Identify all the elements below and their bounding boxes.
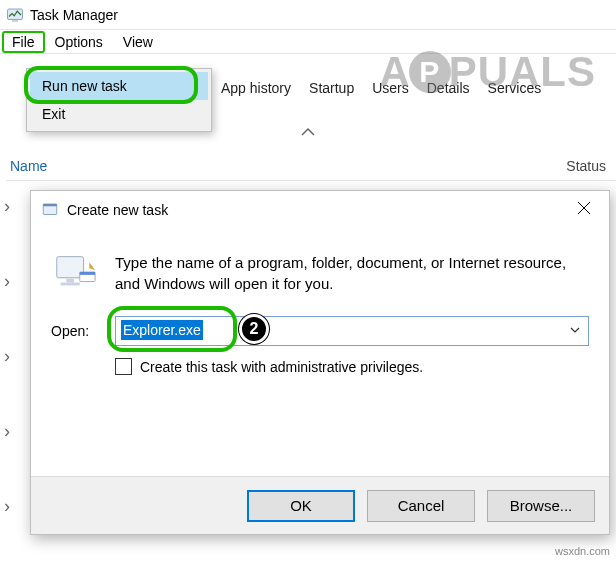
dialog-body: Type the name of a program, folder, docu… bbox=[31, 228, 609, 385]
column-headers: Name Status bbox=[6, 158, 616, 181]
open-value-selection: Explorer.exe bbox=[121, 320, 203, 340]
menu-view[interactable]: View bbox=[113, 31, 163, 53]
tab-services[interactable]: Services bbox=[479, 76, 551, 100]
tab-startup[interactable]: Startup bbox=[300, 76, 363, 100]
create-new-task-dialog: Create new task Type the name of a progr… bbox=[30, 190, 610, 535]
attribution: wsxdn.com bbox=[555, 545, 610, 557]
menu-item-exit[interactable]: Exit bbox=[30, 100, 208, 128]
menu-file[interactable]: File bbox=[2, 31, 45, 53]
svg-rect-1 bbox=[12, 20, 18, 22]
window-title: Task Manager bbox=[30, 7, 118, 23]
chevron-right-icon[interactable]: › bbox=[4, 271, 10, 292]
dialog-title: Create new task bbox=[67, 202, 168, 218]
browse-button[interactable]: Browse... bbox=[487, 490, 595, 522]
admin-checkbox-label: Create this task with administrative pri… bbox=[140, 359, 423, 375]
tab-app-history[interactable]: App history bbox=[212, 76, 300, 100]
chevron-right-icon[interactable]: › bbox=[4, 196, 10, 217]
admin-checkbox[interactable] bbox=[115, 358, 132, 375]
close-icon bbox=[577, 201, 591, 215]
run-dialog-icon bbox=[51, 252, 97, 292]
chevron-up-icon[interactable] bbox=[300, 124, 316, 144]
dialog-close-button[interactable] bbox=[569, 197, 599, 222]
svg-rect-8 bbox=[61, 283, 80, 286]
tab-users[interactable]: Users bbox=[363, 76, 418, 100]
tab-details[interactable]: Details bbox=[418, 76, 479, 100]
row-expanders: › › › › › bbox=[4, 196, 10, 517]
column-name[interactable]: Name bbox=[10, 158, 47, 174]
chevron-right-icon[interactable]: › bbox=[4, 421, 10, 442]
ok-button[interactable]: OK bbox=[247, 490, 355, 522]
menu-bar: File Options View bbox=[0, 30, 616, 54]
chevron-right-icon[interactable]: › bbox=[4, 496, 10, 517]
svg-rect-10 bbox=[80, 272, 95, 275]
svg-rect-7 bbox=[66, 279, 74, 283]
dialog-icon bbox=[41, 201, 59, 219]
svg-rect-3 bbox=[43, 204, 57, 206]
tab-strip: App history Startup Users Details Servic… bbox=[212, 76, 612, 100]
open-label: Open: bbox=[51, 323, 101, 339]
dialog-message: Type the name of a program, folder, docu… bbox=[115, 252, 589, 294]
dialog-footer: OK Cancel Browse... bbox=[31, 476, 609, 534]
cancel-button[interactable]: Cancel bbox=[367, 490, 475, 522]
task-manager-icon bbox=[6, 6, 24, 24]
column-status[interactable]: Status bbox=[566, 158, 606, 174]
annotation-badge-2: 2 bbox=[239, 314, 269, 344]
chevron-right-icon[interactable]: › bbox=[4, 346, 10, 367]
titlebar: Task Manager bbox=[0, 0, 616, 30]
file-menu-dropdown: Run new task Exit bbox=[26, 68, 212, 132]
dialog-titlebar: Create new task bbox=[31, 191, 609, 228]
menu-item-run-new-task[interactable]: Run new task bbox=[30, 72, 208, 100]
menu-options[interactable]: Options bbox=[45, 31, 113, 53]
